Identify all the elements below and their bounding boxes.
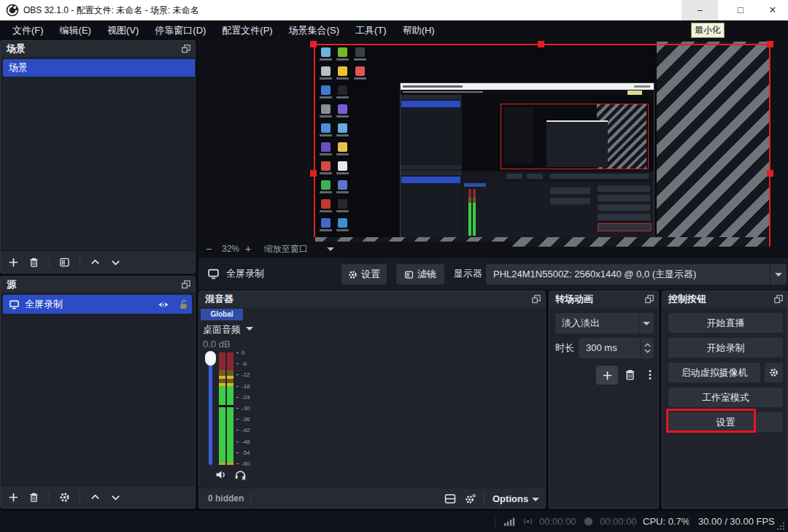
- volume-slider-track[interactable]: [209, 352, 212, 465]
- chevron-down-icon[interactable]: [644, 349, 651, 353]
- remove-scene-icon[interactable]: [28, 257, 39, 268]
- headphones-muted-icon[interactable]: [234, 469, 247, 480]
- menu-help[interactable]: 帮助(H): [395, 20, 443, 40]
- minimize-tooltip: 最小化: [691, 23, 725, 38]
- scene-list-item[interactable]: 场景: [3, 59, 196, 77]
- selection-handle-middle-left[interactable]: [310, 170, 317, 177]
- visibility-eye-icon[interactable]: [158, 299, 169, 310]
- menu-view[interactable]: 视图(V): [99, 20, 147, 40]
- audio-meter-left: [219, 352, 225, 465]
- scene-filters-icon[interactable]: [59, 257, 70, 268]
- dock-popout-icon[interactable]: [645, 295, 654, 304]
- display-select-label: 显示器: [454, 258, 482, 290]
- close-button[interactable]: ×: [757, 0, 788, 20]
- cpu-usage: CPU: 0.7%: [643, 510, 690, 532]
- source-properties-gear-icon[interactable]: [59, 492, 70, 503]
- remove-transition-icon[interactable]: [624, 369, 636, 381]
- scenes-panel-title: 场景: [7, 41, 26, 57]
- selection-handle-top-center[interactable]: [538, 41, 544, 47]
- dock-popout-icon[interactable]: [182, 280, 190, 289]
- spinner-arrows[interactable]: [640, 338, 654, 358]
- mixer-panel-header[interactable]: 混音器: [199, 291, 545, 307]
- menu-tools[interactable]: 工具(T): [347, 20, 395, 40]
- meter-scale: 0-6-12-18-24-30-36-42-48-54-60: [236, 352, 257, 468]
- speaker-icon[interactable]: [215, 469, 227, 480]
- menu-docks[interactable]: 停靠窗口(D): [147, 20, 214, 40]
- remove-source-icon[interactable]: [28, 492, 39, 503]
- record-time: 00:00:00: [600, 510, 637, 532]
- move-source-down-icon[interactable]: [110, 492, 121, 503]
- stream-time: 00:00:00: [539, 510, 576, 532]
- virtual-camera-settings-button[interactable]: [765, 363, 783, 382]
- source-list-item[interactable]: 全屏录制: [3, 295, 192, 314]
- audio-channel-name[interactable]: 桌面音频: [203, 323, 241, 336]
- maximize-button[interactable]: □: [724, 0, 757, 20]
- meter-marker: [219, 463, 225, 465]
- menu-scene-collection[interactable]: 场景集合(S): [281, 20, 347, 40]
- mixer-options-button[interactable]: Options: [492, 488, 528, 509]
- menu-bar: 文件(F) 编辑(E) 视图(V) 停靠窗口(D) 配置文件(P) 场景集合(S…: [0, 20, 788, 40]
- resize-grip[interactable]: [776, 522, 785, 531]
- volume-slider-handle[interactable]: [205, 351, 216, 366]
- dock-popout-icon[interactable]: [182, 45, 190, 53]
- mixer-layout-toggle-icon[interactable]: [444, 493, 456, 504]
- start-virtual-camera-button[interactable]: 启动虚拟摄像机: [668, 363, 760, 382]
- audio-meter-right: [227, 352, 233, 465]
- selection-handle-middle-right[interactable]: [767, 170, 773, 177]
- dock-popout-icon[interactable]: [532, 295, 541, 304]
- source-filters-label: 滤镜: [417, 268, 436, 281]
- unlock-icon[interactable]: [178, 298, 189, 310]
- sources-panel-title: 源: [7, 277, 16, 293]
- advanced-audio-gear-icon[interactable]: [465, 493, 476, 505]
- zoom-level-value: 32%: [222, 242, 239, 257]
- scenes-panel-header[interactable]: 场景: [1, 41, 195, 57]
- move-source-up-icon[interactable]: [90, 492, 101, 503]
- plus-icon: [602, 370, 613, 381]
- display-select-dropdown[interactable]: PHL24M1N5500Z: 2560x1440 @ 0,0 (主显示器): [486, 264, 787, 285]
- chevron-down-icon[interactable]: [327, 247, 334, 251]
- toolbar-separator: [484, 493, 484, 505]
- source-settings-button[interactable]: 设置: [341, 264, 387, 285]
- add-transition-button[interactable]: [596, 366, 618, 385]
- zoom-in-button[interactable]: +: [245, 242, 251, 257]
- selected-source-label: 全屏录制: [226, 258, 264, 290]
- start-streaming-button[interactable]: 开始直播: [668, 313, 783, 333]
- zoom-fit-dropdown[interactable]: 缩放至窗口: [264, 242, 308, 257]
- move-scene-down-icon[interactable]: [110, 257, 121, 268]
- selection-handle-top-right[interactable]: [767, 41, 773, 47]
- source-filters-button[interactable]: 滤镜: [396, 264, 444, 285]
- sources-panel-header[interactable]: 源: [1, 277, 195, 293]
- status-separator: [689, 514, 690, 528]
- dock-popout-icon[interactable]: [774, 295, 783, 304]
- controls-panel-header[interactable]: 控制按钮: [663, 291, 787, 307]
- fps-indicator: 30.00 / 30.00 FPS: [698, 510, 775, 532]
- chevron-down-icon[interactable]: [246, 327, 253, 331]
- gear-icon: [348, 270, 358, 280]
- move-scene-up-icon[interactable]: [90, 257, 101, 268]
- chevron-down-icon[interactable]: [532, 498, 539, 501]
- transition-duration-spinner[interactable]: 300 ms: [579, 338, 654, 358]
- menu-edit[interactable]: 编辑(E): [52, 20, 99, 40]
- studio-mode-button[interactable]: 工作室模式: [668, 388, 783, 407]
- chevron-up-icon[interactable]: [644, 343, 651, 347]
- obs-main-window: OBS 32.1.0 - 配置文件: 未命名 - 场景: 未命名 − □ × 最…: [0, 0, 788, 532]
- menu-profile[interactable]: 配置文件(P): [214, 20, 280, 40]
- transition-select-dropdown[interactable]: 淡入淡出: [555, 313, 654, 334]
- selection-handle-top-left[interactable]: [310, 41, 317, 47]
- minimize-button[interactable]: −: [681, 0, 718, 20]
- toolbar-separator: [80, 491, 80, 503]
- add-scene-icon[interactable]: [8, 257, 19, 268]
- start-recording-button[interactable]: 开始录制: [668, 338, 783, 358]
- window-title: OBS 32.1.0 - 配置文件: 未命名 - 场景: 未命名: [23, 0, 199, 20]
- transitions-panel-header[interactable]: 转场动画: [549, 291, 658, 307]
- meter-segment: [219, 386, 225, 465]
- filters-icon: [404, 270, 414, 280]
- menu-file[interactable]: 文件(F): [4, 20, 52, 40]
- transitions-panel-title: 转场动画: [555, 291, 593, 307]
- preview-canvas[interactable]: − 32% + 缩放至窗口: [198, 40, 788, 257]
- zoom-out-button[interactable]: −: [206, 242, 212, 257]
- obs-logo-icon: [6, 4, 19, 17]
- source-selection-bounds[interactable]: [314, 44, 770, 237]
- transition-properties-menu-icon[interactable]: [644, 369, 656, 381]
- add-source-icon[interactable]: [8, 492, 19, 503]
